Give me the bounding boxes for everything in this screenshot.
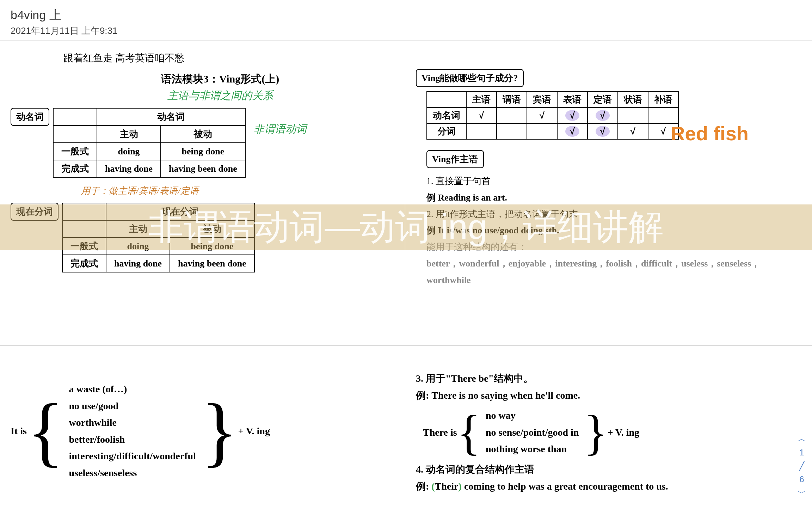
page-navigation: ︿ 1 ╱ 6 ﹀ [798,434,806,498]
page-current: 1 [799,448,804,458]
ving-subject-title: Ving作主语 [426,150,484,168]
note-nonfinite: 非谓语动词 [254,122,307,136]
bottom-right-block: 3. 用于"There be"结构中。 例: There is no sayin… [416,370,668,495]
gerund-table-section: 动名词 动名词 主动被动 一般式doingbeing done 完成式havin… [11,108,394,178]
page-date: 2021年11月11日 上午9:31 [11,25,801,37]
left-brace-icon: { [27,396,64,466]
content: 跟着红鱼走 高考英语咱不愁 语法模块3：Ving形式(上) 非谓语动词 主语与非… [0,41,812,296]
watermark-text: 非谓语动词—动词 ing，详细讲解 [148,204,663,251]
brand-redfish: Red fish [671,122,749,145]
label-gerund: 动名词 [11,108,49,126]
page-down-button[interactable]: ﹀ [798,488,806,498]
module-title: 语法模块3：Ving形式(上) [46,72,394,86]
page-title: b4ving 上 [11,7,801,23]
watermark-band: 非谓语动词—动词 ing，详细讲解 [0,204,812,250]
note-usage: 用于：做主语/宾语/表语/定语 [81,185,394,197]
note-relation: 主语与非谓之间的关系 [46,88,394,103]
gerund-table: 动名词 主动被动 一般式doingbeing done 完成式having do… [53,108,246,178]
right-brace-icon: } [201,396,238,466]
roles-table: 主语 谓语 宾语 表语 定语 状语 补语 动名词 √ √ √ √ 分词 [426,91,679,140]
horizontal-divider [0,345,812,346]
green-paren-icon: ) [459,481,462,492]
bottom-left-block: It is { a waste (of…) no use/good worthw… [11,381,270,482]
slogan: 跟着红鱼走 高考英语咱不愁 [63,51,394,65]
left-column: 跟着红鱼走 高考英语咱不愁 语法模块3：Ving形式(上) 非谓语动词 主语与非… [0,41,405,296]
page-up-button[interactable]: ︿ [798,434,806,444]
right-brace-icon: } [584,411,607,453]
page-sep: ╱ [799,461,804,471]
header: b4ving 上 2021年11月11日 上午9:31 [0,0,812,41]
page-total: 6 [799,474,804,484]
right-column: Red fish Ving能做哪些句子成分? 主语 谓语 宾语 表语 定语 状语… [405,41,812,296]
roles-question: Ving能做哪些句子成分? [416,69,524,87]
left-brace-icon: { [457,411,481,453]
green-paren-icon: ( [431,481,435,492]
